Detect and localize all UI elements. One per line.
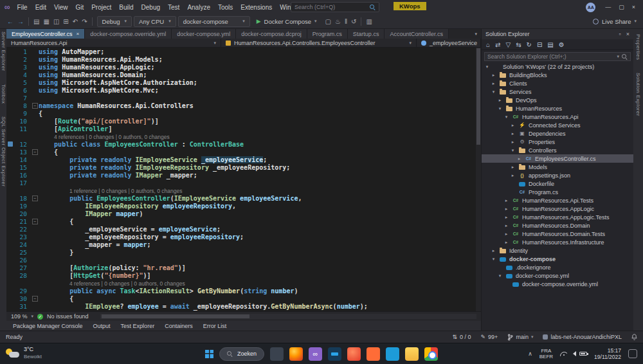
collapse-all-icon[interactable]: ⊟ — [537, 41, 542, 48]
collapse-toggle[interactable]: − — [31, 219, 39, 224]
code-text[interactable]: namespace HumanResources.Api.Controllers — [39, 102, 194, 109]
solution-explorer-titlebar[interactable]: Solution Explorer ▫× — [482, 29, 633, 39]
start-button[interactable] — [205, 350, 213, 358]
maximize-button[interactable]: ▢ — [615, 4, 628, 10]
code-text[interactable]: using HumanResources.Api.Models; — [39, 56, 163, 63]
solution-explorer-search-box[interactable]: Search Solution Explorer (Ctrl+;) ▾ — [484, 52, 631, 61]
code-text[interactable]: using HumanResources.AppLogic; — [39, 64, 155, 71]
code-text[interactable]: public class EmployeesController : Contr… — [39, 141, 244, 148]
breakpoint-margin[interactable] — [6, 71, 14, 78]
code-text[interactable]: private readonly IMapper _mapper; — [39, 172, 197, 179]
tree-item[interactable]: ▸C#HumanResources.Domain — [482, 221, 633, 230]
environment-context[interactable]: labs-net-AnouarAndichiPXL — [543, 334, 622, 340]
git-sync-status[interactable]: ⇅ 0 / 0 — [453, 334, 471, 340]
breakpoint-margin[interactable] — [6, 156, 14, 163]
breadcrumb-member-dropdown[interactable]: _employeeService ▾ — [417, 39, 481, 47]
document-tab[interactable]: docker-compose.yml — [172, 29, 236, 39]
notification-center-icon[interactable] — [628, 349, 637, 358]
document-tab[interactable]: docker-compose.dcproj — [236, 29, 307, 39]
expander-icon[interactable]: ▾ — [497, 106, 503, 111]
expander-icon[interactable]: ▸ — [503, 223, 509, 228]
tree-item[interactable]: ▾Controllers — [482, 146, 633, 154]
tree-item[interactable]: ▸C#EmployeesController.cs — [482, 154, 633, 163]
collapse-box-icon[interactable]: − — [32, 196, 38, 201]
document-tab[interactable]: EmployeesController.cs× — [6, 29, 85, 39]
code-text[interactable]: IEmployeeRepository employeeRepository, — [39, 203, 236, 210]
undo-icon[interactable]: ↶ — [71, 18, 80, 25]
menu-test[interactable]: Test — [164, 4, 183, 11]
expander-icon[interactable]: ▾ — [497, 273, 503, 278]
breakpoint-margin[interactable] — [6, 210, 14, 217]
file-explorer-icon[interactable] — [405, 347, 419, 361]
code-line[interactable]: 16 private readonly IMapper _mapper; — [6, 171, 481, 179]
codelens-info[interactable]: 4 references | 0 changes | 0 authors, 0 … — [69, 280, 185, 287]
breakpoint-margin[interactable] — [6, 225, 14, 233]
document-tab[interactable]: Program.cs — [307, 29, 348, 39]
menu-debug[interactable]: Debug — [138, 4, 164, 11]
tree-item[interactable]: ▸⚡Connected Services — [482, 121, 633, 129]
expander-icon[interactable]: ▸ — [503, 198, 509, 203]
startup-project-dropdown[interactable]: docker-compose ▾ — [178, 16, 250, 27]
code-text[interactable]: [ApiController] — [39, 125, 112, 132]
redo-icon[interactable]: ↷ — [80, 18, 89, 25]
tree-item[interactable]: ▸{}appsettings.json — [482, 171, 633, 179]
tree-item[interactable]: ▸DevOps — [482, 96, 633, 104]
expander-icon[interactable]: ▸ — [503, 240, 509, 245]
code-line[interactable]: 14 private readonly IEmployeeService _em… — [6, 156, 481, 163]
code-text[interactable]: 1 reference | 0 changes | 0 authors, 0 c… — [39, 187, 182, 194]
expander-icon[interactable]: ▸ — [510, 173, 516, 178]
collapse-box-icon[interactable]: − — [32, 103, 38, 109]
tree-item[interactable]: ▾Solution 'KWops' (22 of 22 projects) — [482, 62, 633, 71]
menu-extensions[interactable]: Extensions — [237, 4, 276, 11]
properties-icon[interactable]: ⚙ — [559, 41, 565, 48]
system-icons[interactable] — [560, 351, 587, 356]
expander-icon[interactable]: ▾ — [484, 64, 490, 69]
refresh-icon[interactable]: ↻ — [527, 41, 532, 48]
breakpoint-margin[interactable] — [6, 233, 14, 241]
code-line[interactable]: 29 public async Task<IActionResult> GetB… — [6, 287, 481, 295]
code-line[interactable]: 2using HumanResources.Api.Models; — [6, 55, 481, 63]
breakpoint-margin[interactable] — [6, 194, 14, 202]
code-line[interactable]: 1using AutoMapper; — [6, 48, 481, 55]
hot-reload-icon[interactable]: ♨ — [333, 18, 343, 25]
code-text[interactable]: using AutoMapper; — [39, 48, 104, 55]
codelens-info[interactable]: 1 reference | 0 changes | 0 authors, 0 c… — [69, 188, 182, 194]
breakpoint-margin[interactable] — [6, 78, 14, 86]
expander-icon[interactable]: ▾ — [491, 257, 496, 262]
close-button[interactable]: × — [628, 4, 639, 10]
code-text[interactable]: IMapper mapper) — [39, 210, 143, 217]
breakpoint-margin[interactable] — [6, 295, 14, 302]
container-tools-icon[interactable]: ▢ — [323, 18, 332, 25]
tree-item[interactable]: Dockerfile — [482, 179, 633, 188]
breakpoint-margin[interactable] — [6, 217, 14, 225]
code-line[interactable]: 9{ — [6, 109, 481, 117]
postman-icon[interactable] — [367, 347, 380, 361]
brave-icon[interactable] — [347, 347, 361, 361]
menu-tools[interactable]: Tools — [214, 4, 237, 11]
breakpoint-margin[interactable] — [6, 109, 14, 117]
code-line[interactable]: 17 — [6, 179, 481, 187]
tree-item[interactable]: ▸Identity — [482, 246, 633, 255]
menu-file[interactable]: File — [14, 4, 32, 11]
firefox-icon[interactable] — [289, 347, 303, 361]
code-text[interactable]: IEmployee? employee = await _employeeRep… — [39, 303, 368, 310]
breakpoint-margin[interactable] — [6, 302, 14, 310]
code-line[interactable]: 30− { — [6, 295, 481, 302]
code-line[interactable]: 25 } — [6, 248, 481, 256]
vscode-icon[interactable] — [386, 347, 399, 361]
document-tab[interactable]: docker-compose.override.yml — [85, 29, 172, 39]
panel-tab-error-list[interactable]: Error List — [198, 323, 232, 329]
new-file-icon[interactable]: ▤ — [32, 18, 41, 25]
start-debugging-button[interactable]: ▶ Docker Compose ▾ — [252, 16, 322, 27]
panel-tab-output[interactable]: Output — [88, 323, 116, 329]
tree-item[interactable]: docker-compose.override.yml — [482, 280, 633, 288]
live-share-button[interactable]: Live Share ▾ — [593, 18, 637, 25]
home-icon[interactable]: ⌂ — [486, 41, 490, 48]
collapse-box-icon[interactable]: − — [32, 296, 38, 302]
expander-icon[interactable]: ▸ — [491, 81, 496, 86]
weather-widget[interactable]: 3°C Bewolkt — [6, 346, 42, 360]
code-line[interactable]: 26 — [6, 256, 481, 264]
clock-widget[interactable]: 15:17 19/11/2022 — [594, 347, 621, 360]
expander-icon[interactable]: ▸ — [510, 123, 516, 128]
code-line[interactable]: 12 public class EmployeesController : Co… — [6, 140, 481, 148]
